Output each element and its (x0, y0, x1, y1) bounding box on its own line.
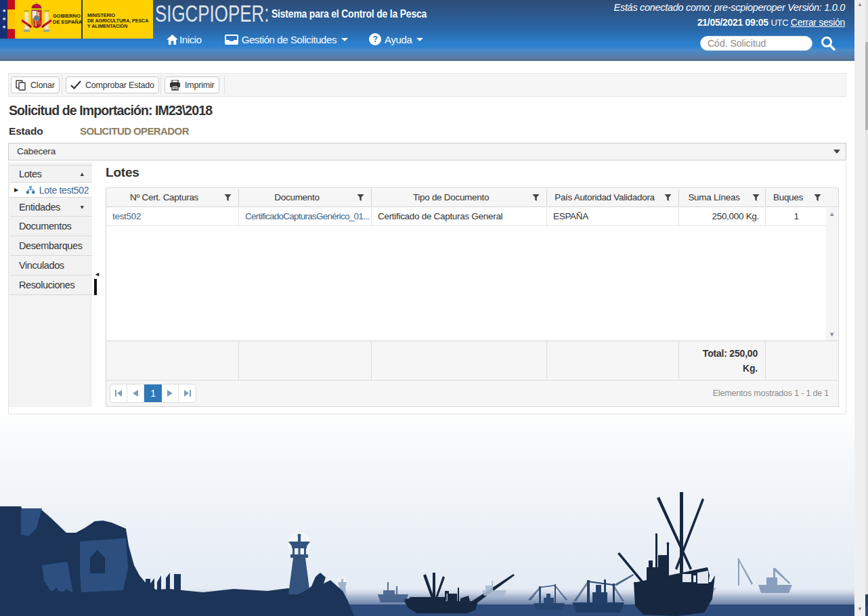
svg-text:?: ? (373, 35, 378, 44)
